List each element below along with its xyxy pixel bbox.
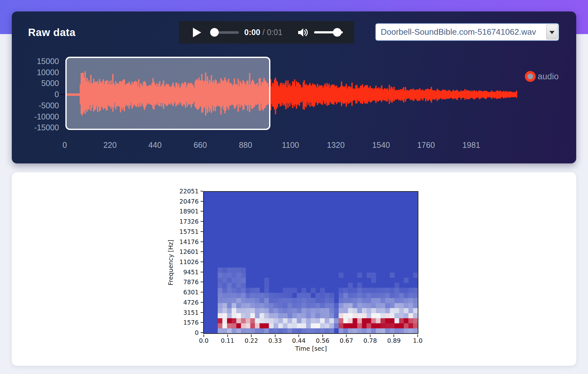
waveform-y-tick: 0	[21, 90, 59, 99]
spectrogram-x-tick: 0.56	[310, 337, 335, 344]
spectrogram-x-tickmark	[298, 334, 299, 337]
waveform-x-tick: 880	[226, 140, 265, 149]
spectrogram-y-tick: 22051	[167, 188, 199, 195]
legend-audio-label: audio	[538, 72, 559, 82]
waveform-y-tick: 5000	[21, 79, 59, 88]
spectrogram-x-tick: 0.89	[381, 337, 407, 344]
play-button[interactable]	[190, 26, 202, 39]
spectrogram-y-tick: 18901	[167, 208, 199, 215]
spectrogram-y-tickmark	[201, 231, 203, 232]
spectrogram-y-tickmark	[201, 262, 203, 262]
page-title: Raw data	[28, 26, 76, 39]
waveform-x-tick: 1100	[271, 140, 310, 149]
spectrogram-x-tickmark	[346, 334, 347, 337]
spectrogram-y-tick: 4726	[167, 299, 199, 306]
waveform-y-tick: -10000	[21, 112, 59, 121]
waveform-x-tick: 1760	[407, 140, 445, 149]
volume-button[interactable]	[298, 27, 309, 38]
time-separator: /	[260, 28, 267, 37]
spectrogram-x-tickmark	[417, 334, 418, 337]
spectrogram-plot	[203, 191, 418, 334]
spectrogram-y-tickmark	[201, 211, 203, 212]
time-display: 0:00 / 0:01	[244, 21, 283, 44]
spectrogram-y-tick: 0	[167, 329, 199, 336]
spectrogram-y-tickmark	[201, 292, 203, 292]
spectrogram-x-tick: 0.0	[191, 337, 217, 344]
spectrogram-y-tickmark	[201, 221, 203, 222]
waveform-legend[interactable]: audio	[525, 71, 559, 82]
spectrogram-x-tickmark	[370, 334, 371, 337]
spectrogram-x-tick: 0.44	[286, 337, 312, 344]
file-select[interactable]: Doorbell-SoundBible.com-516741062.wav	[375, 23, 559, 41]
zero-axis-tick	[59, 94, 65, 95]
spectrogram-y-tick: 6301	[167, 289, 199, 296]
time-total: 0:01	[267, 28, 283, 37]
select-dropdown-arrow-icon[interactable]	[546, 25, 558, 40]
waveform-x-tick: 440	[136, 140, 174, 149]
spectrogram-y-tickmark	[201, 201, 203, 202]
spectrogram-y-tick: 1576	[167, 319, 199, 326]
audio-player: 0:00 / 0:01	[179, 21, 354, 44]
waveform-x-tick: 660	[181, 140, 219, 149]
spectrogram-y-tick: 20476	[167, 198, 199, 205]
spectrogram-y-tickmark	[201, 312, 203, 313]
spectrogram-y-axis-title: Frequency [Hz]	[167, 240, 174, 285]
waveform-y-tick: 15000	[21, 57, 59, 66]
spectrogram-x-tickmark	[275, 334, 276, 337]
spectrogram-x-tickmark	[393, 334, 394, 337]
waveform-x-tick: 1320	[317, 140, 355, 149]
spectrogram-y-tickmark	[201, 322, 203, 323]
spectrogram-y-tick: 17326	[167, 218, 199, 225]
spectrogram-x-tick: 0.78	[357, 337, 383, 344]
waveform-x-tick: 0	[46, 140, 84, 149]
volume-thumb[interactable]	[333, 28, 342, 37]
file-select-value: Doorbell-SoundBible.com-516741062.wav	[381, 24, 540, 40]
spectrogram-x-tickmark	[227, 334, 228, 337]
spectrogram-y-tickmark	[201, 272, 203, 272]
spectrogram-y-tickmark	[201, 282, 203, 282]
spectrogram-x-tickmark	[322, 334, 323, 337]
time-current: 0:00	[244, 28, 260, 37]
spectrogram-x-tickmark	[251, 334, 252, 337]
waveform-selection-window[interactable]	[65, 57, 270, 130]
spectrogram-y-tickmark	[201, 332, 203, 333]
spectrogram-x-tick: 0.11	[215, 337, 240, 344]
waveform-y-tick: 10000	[21, 68, 59, 77]
waveform-x-tick: 1981	[452, 140, 490, 149]
spectrogram-y-tick: 15751	[167, 228, 199, 235]
spectrogram-y-tickmark	[201, 241, 203, 242]
waveform-y-tick: -5000	[21, 101, 59, 110]
legend-audio-marker-icon	[525, 71, 536, 82]
waveform-x-tick: 220	[91, 140, 129, 149]
waveform-y-tick: -15000	[21, 123, 59, 132]
seek-thumb[interactable]	[210, 28, 219, 37]
spectrogram-y-tickmark	[201, 302, 203, 303]
waveform-x-tick: 1540	[362, 140, 400, 149]
spectrogram-x-axis-title: Time [sec]	[204, 345, 418, 352]
spectrogram-y-tickmark	[201, 191, 203, 191]
spectrogram-x-tick: 0.33	[262, 337, 288, 344]
spectrogram-x-tick: 1.0	[405, 337, 430, 344]
speaker-icon	[298, 27, 309, 38]
spectrogram-x-tick: 0.22	[239, 337, 264, 344]
spectrogram-y-tickmark	[201, 251, 203, 252]
spectrogram-x-tickmark	[203, 334, 204, 337]
spectrogram-x-tick: 0.67	[334, 337, 359, 344]
raw-data-card: Raw data 0:00 / 0:01 Doorbell-SoundBible…	[12, 11, 576, 163]
spectrogram-card: 2205120476189011732615751141761260111026…	[12, 172, 576, 366]
spectrogram-y-tick: 3151	[167, 309, 199, 316]
play-icon	[190, 26, 202, 39]
